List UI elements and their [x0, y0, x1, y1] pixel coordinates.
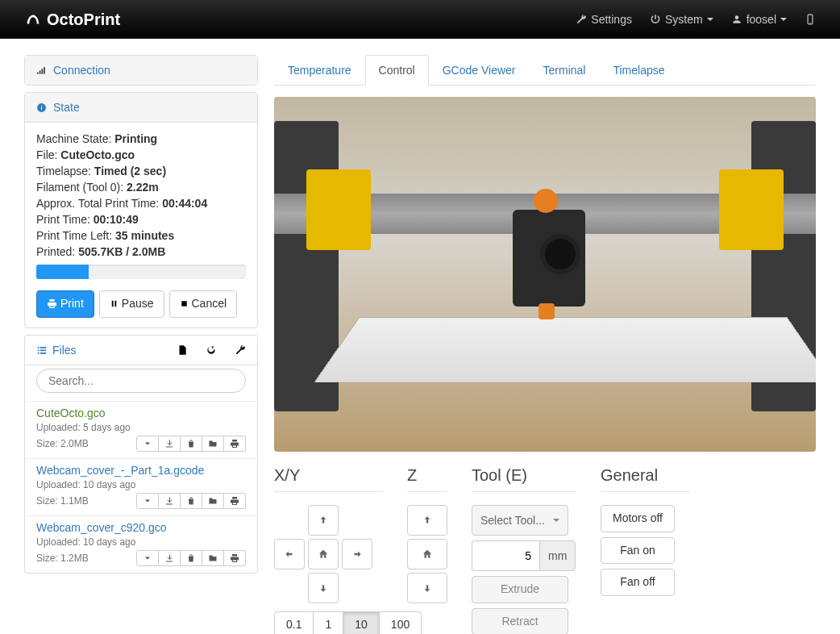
state-total-time: Approx. Total Print Time: 00:44:04 — [36, 197, 246, 210]
step-10-button[interactable]: 10 — [343, 611, 380, 634]
files-title-wrap[interactable]: Files — [36, 344, 77, 357]
cancel-button-label: Cancel — [192, 296, 227, 312]
caret-icon — [553, 519, 559, 522]
tool-select-label: Select Tool... — [480, 514, 545, 527]
file-action-chevron-down[interactable] — [136, 493, 159, 509]
connection-heading[interactable]: Connection — [25, 56, 257, 85]
print-button[interactable]: Print — [36, 290, 94, 318]
files-search-input[interactable] — [36, 369, 246, 393]
step-1-button[interactable]: 1 — [314, 611, 343, 634]
nav-mobile[interactable] — [805, 14, 816, 25]
power-icon — [650, 14, 661, 25]
fan-on-button[interactable]: Fan on — [601, 537, 675, 565]
trash-icon — [186, 439, 196, 448]
folder-icon — [208, 553, 218, 563]
nav-user[interactable]: foosel — [731, 13, 787, 26]
state-print-time: Print Time: 00:10:49 — [36, 213, 246, 226]
connection-title: Connection — [53, 64, 110, 77]
folder-icon — [208, 439, 218, 448]
extrude-unit-label: mm — [539, 540, 576, 571]
tool-select-dropdown[interactable]: Select Tool... — [472, 505, 568, 536]
refresh-icon[interactable] — [206, 344, 217, 356]
jog-xy-home-button[interactable] — [308, 539, 339, 569]
file-name-link[interactable]: CuteOcto.gco — [36, 407, 246, 419]
jog-z-home-button[interactable] — [407, 539, 447, 569]
tab-gcode-viewer[interactable]: GCode Viewer — [429, 55, 530, 86]
print-icon — [47, 298, 57, 309]
download-icon — [164, 439, 174, 448]
chevron-down-icon — [143, 439, 152, 448]
arrow-right-icon — [351, 548, 363, 560]
state-panel: State Machine State: Printing File: Cute… — [24, 92, 258, 328]
brand-text: OctoPrint — [47, 10, 120, 29]
arrow-down-icon — [318, 582, 329, 594]
jog-z-down-button[interactable] — [407, 573, 447, 603]
fan-off-button[interactable]: Fan off — [601, 569, 675, 596]
file-action-download[interactable] — [159, 550, 181, 566]
jog-y-up-button[interactable] — [308, 505, 339, 536]
arrow-left-icon — [284, 548, 295, 560]
tab-temperature[interactable]: Temperature — [274, 55, 365, 86]
file-item: Webcam_cover_-_Part_1a.gcodeUploaded: 10… — [25, 458, 257, 515]
file-action-print[interactable] — [224, 493, 246, 509]
wrench-icon — [576, 14, 587, 25]
file-size-label: Size: 2.0MB — [36, 438, 89, 449]
nav-settings[interactable]: Settings — [576, 13, 632, 26]
state-heading[interactable]: State — [25, 93, 257, 123]
trash-icon — [186, 496, 196, 506]
file-action-folder[interactable] — [202, 436, 224, 452]
signal-icon — [36, 65, 47, 76]
file-icon[interactable] — [177, 344, 188, 356]
file-size-label: Size: 1.2MB — [36, 553, 89, 564]
jog-y-down-button[interactable] — [308, 573, 339, 603]
pause-button[interactable]: Pause — [99, 290, 164, 318]
file-action-chevron-down[interactable] — [136, 436, 159, 452]
retract-button[interactable]: Retract — [472, 608, 568, 634]
octoprint-logo-icon — [24, 10, 42, 28]
file-action-print[interactable] — [224, 550, 246, 566]
file-action-download[interactable] — [159, 493, 181, 509]
nav-settings-label: Settings — [591, 13, 632, 26]
progress-bar — [36, 265, 246, 279]
file-uploaded-label: Uploaded: 10 days ago — [36, 536, 246, 548]
jog-x-right-button[interactable] — [342, 539, 372, 569]
arrow-down-icon — [422, 582, 433, 594]
connection-panel: Connection — [24, 55, 258, 86]
motors-off-button[interactable]: Motors off — [601, 505, 675, 532]
stop-icon — [180, 299, 189, 308]
nav-system-label: System — [665, 13, 703, 26]
tab-control[interactable]: Control — [365, 55, 429, 86]
file-action-folder[interactable] — [202, 550, 224, 566]
file-name-link[interactable]: Webcam_cover_c920.gco — [36, 521, 246, 534]
nav-system[interactable]: System — [650, 13, 713, 26]
extrude-amount-input[interactable] — [472, 540, 539, 571]
step-0.1-button[interactable]: 0.1 — [274, 611, 314, 634]
file-action-trash[interactable] — [181, 493, 202, 509]
user-icon — [731, 14, 742, 25]
file-action-trash[interactable] — [181, 550, 202, 566]
caret-icon — [780, 18, 787, 21]
nav-user-label: foosel — [746, 13, 776, 26]
tab-terminal[interactable]: Terminal — [530, 55, 600, 86]
state-time-left: Print Time Left: 35 minutes — [36, 229, 246, 242]
print-icon — [230, 496, 239, 506]
jog-x-left-button[interactable] — [274, 539, 305, 569]
wrench-icon[interactable] — [235, 344, 246, 356]
state-machine: Machine State: Printing — [36, 132, 246, 145]
jog-z-up-button[interactable] — [407, 505, 447, 536]
pause-button-label: Pause — [122, 296, 154, 312]
tab-timelapse[interactable]: Timelapse — [599, 55, 678, 86]
brand[interactable]: OctoPrint — [24, 10, 120, 29]
file-action-folder[interactable] — [202, 493, 224, 509]
file-action-download[interactable] — [159, 436, 181, 452]
file-name-link[interactable]: Webcam_cover_-_Part_1a.gcode — [36, 464, 246, 477]
file-action-chevron-down[interactable] — [136, 550, 159, 566]
state-title: State — [53, 101, 80, 114]
files-panel: Files CuteOcto.gcoUploaded: 5 days agoSi… — [24, 335, 258, 574]
file-action-trash[interactable] — [181, 436, 202, 452]
phone-icon — [805, 14, 816, 25]
file-action-print[interactable] — [224, 436, 246, 452]
svg-rect-5 — [181, 302, 186, 307]
extrude-button[interactable]: Extrude — [472, 576, 568, 603]
cancel-button[interactable]: Cancel — [169, 290, 238, 318]
